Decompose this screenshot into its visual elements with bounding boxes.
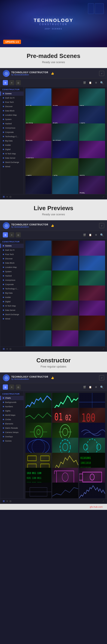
grid3-cell-19[interactable] (52, 482, 78, 498)
grid1-cell-11[interactable] (79, 141, 105, 160)
bottom2-icon-1[interactable]: ⊞ (3, 348, 5, 350)
grid1-cell-6[interactable]: TOKYO (25, 124, 51, 142)
view-list-btn-2[interactable]: ≡ (9, 232, 14, 238)
sidebar1-item-14[interactable]: Data Server (0, 156, 23, 160)
sidebar2-item-10[interactable]: Big Data (0, 291, 23, 295)
tool6-icon[interactable]: ⚙ (94, 232, 99, 237)
tool8-icon[interactable]: 📋 (88, 385, 93, 390)
bottom3-icon-2[interactable]: ≡ (6, 500, 8, 502)
grid1-cell-7[interactable]: GLITCHY (52, 124, 78, 142)
sidebar2-item-6[interactable]: Hacked (0, 274, 23, 278)
bottom-icon-1[interactable]: ⊞ (3, 195, 5, 198)
view-grid-btn-3[interactable]: ⊞ (3, 384, 8, 390)
view-detail-btn-3[interactable]: ◎ (16, 384, 21, 390)
tool4-icon[interactable]: 🎬 (82, 232, 87, 237)
sidebar1-item-10[interactable]: Big Data (0, 139, 23, 143)
sidebar2-item-5[interactable]: System (0, 270, 23, 274)
expand-button-3[interactable]: ⤢ (99, 375, 104, 380)
sidebar2-item-7[interactable]: Anonymous (0, 278, 23, 282)
view-list-btn-3[interactable]: ≡ (9, 384, 14, 390)
sidebar1-item-5[interactable]: System (0, 117, 23, 122)
bottom-expand-icon[interactable]: ⤢ (103, 196, 104, 198)
grid1-cell-10[interactable] (52, 141, 78, 160)
like-icon-2[interactable]: 👍 (51, 224, 54, 227)
tool7-icon[interactable]: 🎬 (82, 385, 87, 390)
sidebar1-scenes-item[interactable]: Scenes (0, 92, 23, 96)
sidebar3-item-10[interactable]: Scenes (0, 439, 23, 443)
grid1-cell-4[interactable]: PIXEL (52, 106, 78, 124)
sidebar3-item-3[interactable]: Sights (0, 409, 23, 413)
view-grid-btn-2[interactable]: ⊞ (3, 232, 8, 238)
bottom2-expand-icon[interactable]: ⤢ (103, 348, 104, 350)
sidebar1-item-7[interactable]: Anonymous (0, 126, 23, 130)
sidebar3-item-7[interactable]: Matrix Reveals (0, 426, 23, 430)
view-grid-btn-1[interactable]: ⊞ (3, 80, 8, 85)
sidebar2-item-11[interactable]: Insider (0, 295, 23, 300)
sidebar1-item-16[interactable]: Wired (0, 164, 23, 169)
tool1-icon[interactable]: 🎬 (82, 80, 87, 85)
bottom2-icon-3[interactable]: ◎ (9, 348, 11, 350)
grid1-cell-15[interactable] (25, 176, 51, 194)
sidebar3-item-0[interactable]: Charts (0, 396, 23, 400)
grid1-cell-1[interactable]: DARK (52, 88, 78, 107)
sidebar2-item-4[interactable]: Location Map (0, 265, 23, 270)
tool9-icon[interactable]: ⚙ (94, 385, 99, 390)
sidebar2-scenes-item[interactable]: Scenes (0, 244, 23, 248)
sidebar1-item-8[interactable]: Corporate (0, 130, 23, 134)
sidebar2-item-0[interactable]: Dark Sci Fi (0, 248, 23, 252)
grid1-cell-13[interactable]: lata (52, 158, 78, 177)
sidebar1-item-0[interactable]: Dark Sci Fi (0, 96, 23, 100)
grid1-cell-17[interactable]: PIXEL (79, 176, 105, 194)
watermark-link[interactable]: gfx-hub.com (90, 506, 103, 508)
view-detail-btn-2[interactable]: ◎ (16, 232, 21, 238)
grid1-cell-3[interactable]: GLITCH (25, 106, 51, 124)
bottom3-icon-1[interactable]: ⊞ (3, 500, 5, 502)
sidebar3-item-9[interactable]: Overlays (0, 434, 23, 439)
like-icon[interactable]: 👍 (51, 72, 54, 75)
sidebar2-item-16[interactable]: Wired (0, 317, 23, 321)
sidebar2-item-9[interactable]: Technology C... (0, 286, 23, 291)
sidebar1-item-2[interactable]: Discover (0, 104, 23, 108)
grid1-cell-2[interactable]: SPIN (79, 88, 105, 107)
sidebar3-item-2[interactable]: Numbers (0, 404, 23, 409)
sidebar2-item-14[interactable]: Data Server (0, 308, 23, 312)
view-detail-btn-1[interactable]: ◎ (16, 80, 21, 85)
search-button-2[interactable]: 🔍 (100, 232, 104, 237)
grid1-cell-0[interactable]: SCI-FI (25, 88, 51, 107)
sidebar1-item-12[interactable]: Digital (0, 147, 23, 152)
sidebar1-item-3[interactable]: Data Block (0, 108, 23, 113)
search-button-1[interactable]: 🔍 (100, 80, 104, 85)
sidebar1-item-11[interactable]: Insider (0, 143, 23, 147)
bottom3-icon-3[interactable]: ◎ (9, 500, 11, 502)
grid1-cell-12[interactable]: LINES (25, 158, 51, 177)
sidebar3-item-8[interactable]: Camera Setups (0, 430, 23, 434)
sidebar3-item-5[interactable]: Circles (0, 417, 23, 422)
sidebar1-item-1[interactable]: Pure Tech (0, 100, 23, 104)
sidebar3-item-4[interactable]: World Maps (0, 413, 23, 417)
like-icon-3[interactable]: 👍 (51, 376, 54, 379)
expand-button-2[interactable]: ⤢ (99, 223, 104, 228)
expand-button-1[interactable]: ⤢ (99, 71, 104, 76)
bottom-icon-3[interactable]: ◎ (9, 195, 11, 198)
sidebar2-item-8[interactable]: Corporate (0, 282, 23, 286)
sidebar1-item-13[interactable]: Hi Tech Map (0, 152, 23, 156)
grid1-cell-9[interactable]: CHROMA (25, 141, 51, 160)
tool3-icon[interactable]: ⚙ (94, 80, 99, 85)
bottom3-expand-icon[interactable]: ⤢ (103, 500, 104, 502)
tool2-icon[interactable]: 📋 (88, 80, 93, 85)
grid2-cell-20[interactable]: GLITCH (79, 330, 105, 346)
sidebar1-item-4[interactable]: Location Map (0, 113, 23, 117)
grid3-cell-20[interactable] (79, 482, 105, 498)
sidebar2-item-3[interactable]: Data Block (0, 261, 23, 265)
sidebar2-item-1[interactable]: Pure Tech (0, 252, 23, 256)
grid3-cell-18[interactable] (25, 482, 51, 498)
bottom2-icon-2[interactable]: ≡ (6, 348, 8, 350)
bottom-icon-2[interactable]: ≡ (6, 195, 8, 198)
sidebar1-item-9[interactable]: Technology C... (0, 134, 23, 139)
grid2-cell-18[interactable]: CHROME (25, 330, 51, 346)
grid1-cell-8[interactable] (79, 124, 105, 142)
sidebar3-item-1[interactable]: Backgrounds (0, 400, 23, 404)
grid1-cell-5[interactable]: LINES (79, 106, 105, 124)
sidebar2-item-12[interactable]: Digital (0, 300, 23, 304)
sidebar1-item-15[interactable]: Stock Exchange (0, 160, 23, 164)
